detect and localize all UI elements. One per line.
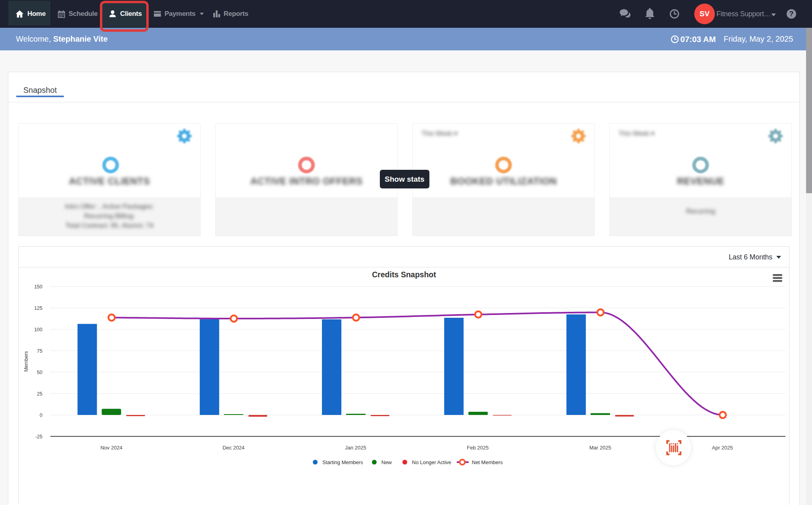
svg-text:Starting Members: Starting Members [322,459,363,465]
svg-text:150: 150 [34,284,42,290]
svg-text:Nov 2024: Nov 2024 [100,445,123,451]
svg-text:No Longer Active: No Longer Active [412,459,451,465]
svg-text:25: 25 [37,391,42,397]
svg-text:Apr 2025: Apr 2025 [712,445,733,451]
svg-text:0: 0 [40,413,42,418]
svg-text:Jan 2025: Jan 2025 [345,445,366,451]
svg-text:New: New [381,459,392,465]
svg-text:50: 50 [37,370,42,375]
svg-text:125: 125 [34,305,42,311]
svg-text:-25: -25 [35,434,42,440]
svg-text:Dec 2024: Dec 2024 [222,445,245,451]
svg-text:Net Members: Net Members [472,459,503,465]
svg-text:Feb 2025: Feb 2025 [467,445,489,451]
svg-text:100: 100 [34,327,42,332]
svg-text:75: 75 [37,348,42,354]
svg-text:Members: Members [23,351,29,372]
svg-text:Credits Snapshot: Credits Snapshot [372,270,436,279]
svg-text:Mar 2025: Mar 2025 [590,445,611,451]
